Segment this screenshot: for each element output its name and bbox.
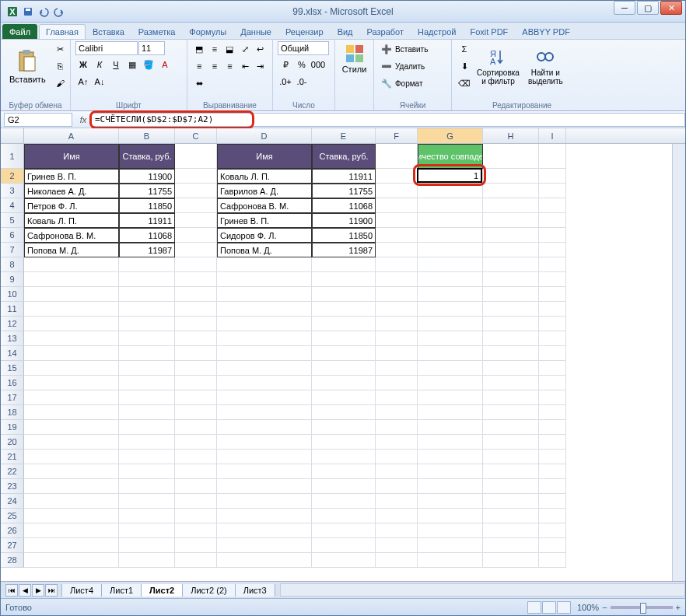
row-header[interactable]: 27 [1,538,24,553]
row-header[interactable]: 16 [1,376,24,390]
cell[interactable] [418,420,483,435]
sheet-tab[interactable]: Лист1 [101,584,142,597]
cell[interactable] [483,450,539,464]
font-name-combo[interactable]: Calibri [75,41,138,55]
bold-button[interactable]: Ж [75,57,91,72]
cell[interactable] [312,420,376,435]
cell[interactable] [376,509,418,523]
cell[interactable] [24,361,119,376]
tab-foxit[interactable]: Foxit PDF [463,24,515,39]
cell[interactable] [24,450,119,464]
cell[interactable] [539,144,566,169]
tab-first-icon[interactable]: ⏮ [5,584,18,597]
tab-insert[interactable]: Вставка [86,24,131,39]
cell[interactable]: Гринев В. П. [24,169,119,184]
font-color-button[interactable]: А [157,57,173,72]
dec-decimal-icon[interactable]: .0- [294,74,310,89]
cell[interactable] [418,169,483,184]
col-header-D[interactable]: D [217,128,312,143]
cell[interactable]: Коваль Л. П. [24,213,119,228]
cell[interactable]: Сафронова В. М. [24,228,119,243]
cell[interactable] [175,184,217,198]
cell[interactable]: 11900 [119,169,175,184]
cell[interactable] [175,346,217,361]
cell[interactable] [418,538,483,553]
cell[interactable] [175,538,217,553]
cell[interactable] [24,435,119,450]
cell[interactable] [418,184,483,198]
col-header-C[interactable]: C [175,128,217,143]
cell[interactable] [119,464,175,479]
cell[interactable] [175,198,217,213]
cell[interactable] [217,376,312,390]
cell[interactable] [312,361,376,376]
cell[interactable]: Сидоров Ф. Л. [217,228,312,243]
cell[interactable] [483,361,539,376]
cell[interactable] [539,494,566,509]
cell[interactable]: Гринев В. П. [217,213,312,228]
fill-icon[interactable]: ⬇ [457,58,472,74]
cell[interactable] [483,509,539,523]
cell[interactable] [217,494,312,509]
align-bot-icon[interactable]: ⬓ [222,41,237,57]
cell[interactable] [539,331,566,346]
cell[interactable] [24,331,119,346]
cell[interactable]: Николаев А. Д. [24,184,119,198]
cell[interactable] [539,420,566,435]
cell[interactable] [217,302,312,317]
copy-icon[interactable]: ⎘ [53,58,68,74]
cell[interactable] [376,390,418,405]
cell[interactable] [418,464,483,479]
cell[interactable] [24,272,119,287]
cell[interactable] [376,287,418,302]
cell[interactable]: Ставка, руб. [119,144,175,169]
cell[interactable] [418,405,483,420]
cell[interactable] [217,317,312,331]
row-header[interactable]: 23 [1,479,24,494]
row-header[interactable]: 11 [1,302,24,317]
cell[interactable] [483,184,539,198]
view-layout-icon[interactable] [542,601,556,614]
shrink-font-icon[interactable]: A↓ [92,74,107,89]
tab-dev[interactable]: Разработ [360,24,411,39]
cell[interactable] [119,272,175,287]
cell[interactable] [376,523,418,538]
tab-formulas[interactable]: Формулы [182,24,233,39]
cell[interactable] [24,317,119,331]
cell[interactable] [483,523,539,538]
cell[interactable] [483,144,539,169]
row-header[interactable]: 14 [1,346,24,361]
col-header-G[interactable]: G [418,128,483,143]
format-painter-icon[interactable]: 🖌 [53,75,68,91]
cell[interactable] [24,420,119,435]
cell[interactable] [119,302,175,317]
cell[interactable] [376,435,418,450]
cell[interactable] [175,450,217,464]
cell[interactable] [376,198,418,213]
delete-cells-button[interactable]: Удалить [395,62,425,71]
cell[interactable] [175,420,217,435]
row-header[interactable]: 7 [1,243,24,257]
cell[interactable] [217,257,312,272]
cell[interactable] [376,184,418,198]
indent-inc-icon[interactable]: ⇥ [253,58,268,74]
cell[interactable] [312,257,376,272]
row-header[interactable]: 12 [1,317,24,331]
cell[interactable] [312,302,376,317]
cell[interactable] [376,361,418,376]
format-cells-button[interactable]: Формат [395,79,423,88]
align-right-icon[interactable]: ≡ [222,58,237,74]
cell[interactable] [376,144,418,169]
cell[interactable] [376,257,418,272]
cell[interactable] [483,538,539,553]
tab-home[interactable]: Главная [39,24,86,39]
tab-prev-icon[interactable]: ◀ [19,584,31,597]
cell[interactable] [175,464,217,479]
cell[interactable] [418,376,483,390]
cell[interactable] [483,553,539,568]
autosum-icon[interactable]: Σ [457,41,472,57]
cell[interactable] [539,287,566,302]
cell[interactable] [312,287,376,302]
row-header[interactable]: 20 [1,435,24,450]
cell[interactable] [119,479,175,494]
